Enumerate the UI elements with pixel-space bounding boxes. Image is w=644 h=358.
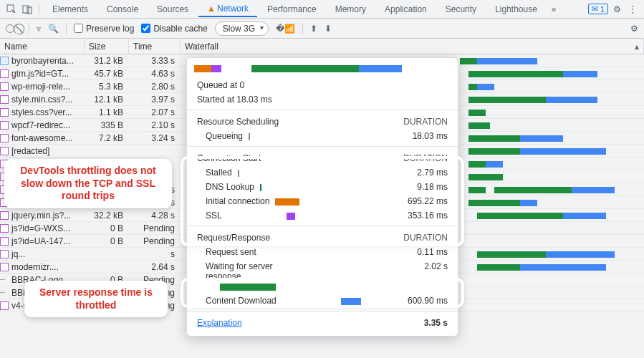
file-icon [0, 263, 9, 271]
request-name: styles.css?ver... [11, 107, 72, 117]
request-size: 0 B [85, 236, 129, 246]
col-size[interactable]: Size [85, 39, 129, 54]
request-size: 32.2 kB [85, 211, 129, 221]
file-icon [0, 134, 9, 142]
request-time: 3.33 s [129, 56, 181, 66]
device-icon[interactable] [20, 2, 34, 16]
tab-console[interactable]: Console [98, 1, 147, 17]
file-icon [0, 301, 9, 310]
tab-performance[interactable]: Performance [259, 1, 325, 17]
file-icon [0, 211, 9, 220]
request-size: 0 B [85, 223, 129, 233]
request-name: font-awesome... [11, 133, 72, 143]
request-size: 31.2 kB [85, 56, 129, 66]
file-icon [0, 121, 9, 130]
kebab-icon[interactable]: ⋮ [625, 2, 640, 16]
request-name: gtm.js?id=GT... [11, 69, 69, 79]
wifi-icon[interactable]: �📶 [276, 24, 295, 34]
request-name: [redacted] [11, 146, 49, 156]
request-time: Pending [129, 223, 181, 233]
file-icon: – [0, 276, 9, 284]
search-icon[interactable]: 🔍 [48, 24, 59, 34]
tab-memory[interactable]: Memory [327, 1, 375, 17]
col-waterfall[interactable]: Waterfall▴ [181, 39, 644, 54]
tab-lighthouse[interactable]: Lighthouse [486, 1, 546, 17]
messages-badge[interactable]: ✉ 1 [588, 4, 608, 14]
file-icon [0, 224, 9, 233]
rs-header: Resource Scheduling [197, 117, 279, 127]
timing-popup: Queued at 0 Started at 18.03 ms Resource… [186, 57, 458, 337]
tab-sources[interactable]: Sources [148, 1, 197, 17]
request-time: Pending [129, 236, 181, 246]
col-time[interactable]: Time [129, 39, 181, 54]
request-size: 45.7 kB [85, 69, 129, 79]
request-size: 12.1 kB [85, 95, 129, 105]
started-label: Started at 18.03 ms [197, 95, 272, 105]
file-icon [0, 250, 9, 258]
inspect-icon[interactable] [4, 2, 19, 16]
request-time: 3.97 s [129, 95, 181, 105]
file-icon [0, 95, 9, 104]
file-icon [0, 69, 9, 78]
record-icon[interactable] [6, 24, 14, 33]
request-time: 2.07 s [129, 107, 181, 117]
request-name: js?id=UA-147... [11, 236, 70, 246]
gear-icon[interactable]: ⚙ [610, 2, 624, 16]
request-time: s [129, 249, 181, 259]
request-time: 2.64 s [129, 262, 181, 272]
request-size: 5.3 kB [85, 82, 129, 92]
request-time: 3.24 s [129, 133, 181, 143]
filter-icon[interactable]: ▿ [37, 24, 41, 34]
request-size: 7.2 kB [85, 133, 129, 143]
file-icon [0, 237, 9, 246]
request-name: wp-emoji-rele... [11, 82, 70, 92]
warning-icon: ▲ [207, 4, 216, 14]
file-icon [0, 82, 9, 91]
request-name: wpcf7-redirec... [11, 120, 70, 130]
tab-network[interactable]: ▲Network [198, 1, 257, 17]
request-time: 4.28 s [129, 211, 181, 221]
sort-icon: ▴ [635, 42, 639, 52]
file-icon [0, 57, 9, 65]
timing-bar [194, 64, 451, 74]
preserve-log-checkbox[interactable]: Preserve log [74, 24, 134, 34]
request-time: 2.80 s [129, 82, 181, 92]
request-name: style.min.css?... [11, 95, 72, 105]
download-icon[interactable]: ⬇ [325, 24, 332, 34]
file-icon [0, 147, 9, 155]
upload-icon[interactable]: ⬆ [310, 24, 317, 34]
request-time: 2.10 s [129, 120, 181, 130]
callout-tcp-ssl: DevTools throttling does not slow down t… [4, 159, 172, 208]
callout-server-throttled: Server response time is throttled [24, 281, 168, 317]
request-size: 335 B [85, 120, 129, 130]
queued-label: Queued at 0 [197, 80, 244, 90]
request-name: byronbayrenta... [11, 56, 74, 66]
explanation-link[interactable]: Explanation [197, 318, 242, 328]
rr-header: Request/Response [197, 233, 270, 243]
request-time: 4.63 s [129, 69, 181, 79]
disable-cache-checkbox[interactable]: Disable cache [141, 24, 207, 34]
col-name[interactable]: Name [0, 39, 85, 54]
devtools-tabbar: Elements Console Sources ▲Network Perfor… [0, 0, 644, 19]
request-name: jq... [11, 249, 25, 259]
file-icon: – [0, 289, 9, 297]
throttle-select[interactable]: Slow 3G [215, 21, 269, 36]
tab-elements[interactable]: Elements [44, 1, 97, 17]
table-header: Name Size Time Waterfall▴ [0, 39, 644, 54]
network-toolbar: ⃠ ▿ 🔍 Preserve log Disable cache Slow 3G… [0, 19, 644, 39]
request-size: 1.1 kB [85, 107, 129, 117]
gear-icon[interactable]: ⚙ [630, 24, 638, 34]
file-icon [0, 108, 9, 117]
tab-application[interactable]: Application [376, 1, 436, 17]
request-name: jquery.min.js?... [11, 211, 71, 221]
more-tabs-icon[interactable]: » [547, 4, 561, 14]
request-name: modernizr.... [11, 262, 59, 272]
cs-header: Connection Start [197, 153, 261, 163]
request-name: js?id=G-WXS... [11, 223, 70, 233]
tab-security[interactable]: Security [437, 1, 485, 17]
